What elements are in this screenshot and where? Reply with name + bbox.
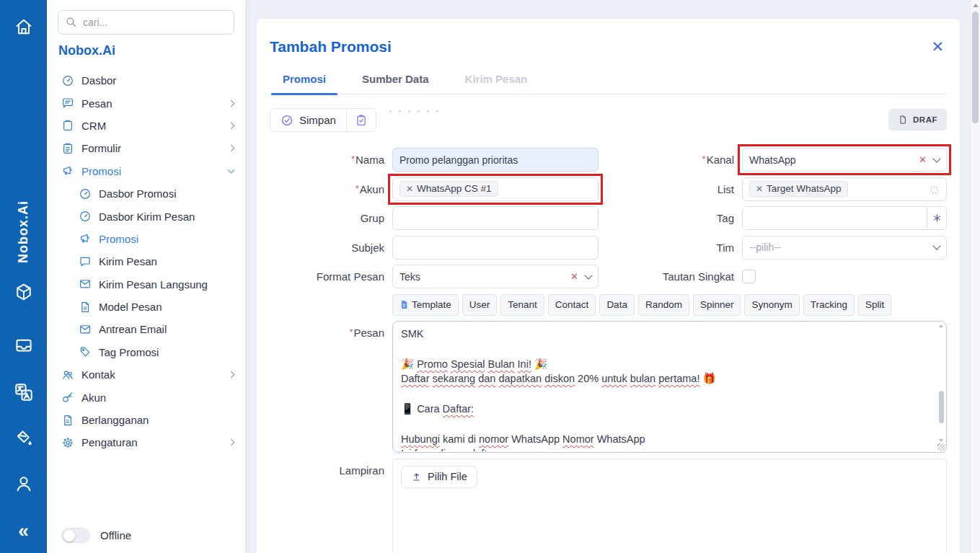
drag-dots <box>389 110 438 112</box>
lampiran-dropzone[interactable]: Pilih File <box>392 459 947 553</box>
template-icon <box>399 300 409 309</box>
list-multiselect[interactable]: ✕ Target WhatsApp <box>742 177 947 201</box>
search-input[interactable] <box>58 10 234 35</box>
textarea-scrollbar-thumb[interactable] <box>939 391 944 423</box>
token-split[interactable]: Split <box>858 294 891 316</box>
asterisk-icon[interactable] <box>927 207 946 229</box>
list-chip: ✕ Target WhatsApp <box>749 181 848 197</box>
tautan-singkat-checkbox[interactable] <box>742 270 756 283</box>
paint-icon[interactable] <box>13 428 35 449</box>
token-template[interactable]: Template <box>392 294 459 316</box>
akun-multiselect[interactable]: ✕ WhatsApp CS #1 <box>392 177 599 201</box>
chevron-down-icon[interactable] <box>932 242 940 249</box>
sidebar-item-tag-promosi[interactable]: Tag Promosi <box>47 341 245 363</box>
translate-icon[interactable] <box>13 381 35 403</box>
app-rail: Nobox.Ai « <box>0 0 47 553</box>
chevron-right-icon <box>228 99 235 107</box>
tag-input[interactable] <box>743 207 927 229</box>
subjek-field[interactable] <box>392 236 599 260</box>
token-user[interactable]: User <box>462 294 498 316</box>
sidebar-item-kirim-pesan-langsung[interactable]: Kirim Pesan Langsung <box>47 273 245 296</box>
token-data[interactable]: Data <box>599 294 635 316</box>
token-tenant[interactable]: Tenant <box>500 294 544 316</box>
clear-x-icon[interactable]: ✕ <box>570 271 578 282</box>
sidebar-item-label: Berlangganan <box>81 414 234 426</box>
sidebar-item-label: Kirim Pesan Langsung <box>99 278 234 291</box>
nama-label: *Nama <box>351 154 384 166</box>
token-synonym[interactable]: Synonym <box>744 294 799 316</box>
nama-input[interactable] <box>399 154 591 166</box>
tab-sumber-data[interactable]: Sumber Data <box>350 73 441 94</box>
sidebar-item-model-pesan[interactable]: Model Pesan <box>47 296 245 318</box>
cube-icon[interactable] <box>13 281 35 303</box>
resize-handle[interactable] <box>937 443 945 451</box>
window-scrollbar[interactable] <box>970 0 980 553</box>
sidebar-item-kontak[interactable]: Kontak <box>47 363 245 386</box>
token-random[interactable]: Random <box>638 294 689 316</box>
sidebar-item-akun[interactable]: Akun <box>47 386 245 408</box>
grup-field[interactable] <box>392 206 599 230</box>
chip-remove-icon[interactable]: ✕ <box>756 184 763 194</box>
sidebar-item-pengaturan[interactable]: Pengaturan <box>47 431 245 454</box>
pesan-text: SMK🎉 Promo Spesial Bulan Ini! 🎉Daftar se… <box>394 322 936 451</box>
kanal-label: *Kanal <box>702 154 734 166</box>
collapse-icon[interactable]: « <box>13 520 35 541</box>
toggle-knob <box>63 530 75 541</box>
format-pesan-select[interactable]: Teks ✕ <box>392 265 599 288</box>
sidebar-item-label: Pengaturan <box>81 436 229 448</box>
pesan-label: *Pesan <box>349 321 384 339</box>
sidebar-item-crm[interactable]: CRM <box>47 115 245 137</box>
nama-field[interactable] <box>392 148 599 172</box>
chevron-down-icon[interactable] <box>584 271 592 279</box>
tim-placeholder: --pilih-- <box>749 242 934 253</box>
tim-select[interactable]: --pilih-- <box>742 236 947 260</box>
offline-toggle[interactable] <box>61 528 90 543</box>
sidebar-item-promosi[interactable]: Promosi <box>47 160 245 182</box>
sidebar-item-dasbor-promosi[interactable]: Dasbor Promosi <box>47 182 245 205</box>
token-spinner[interactable]: Spinner <box>693 294 741 316</box>
home-icon[interactable] <box>13 16 35 37</box>
sidebar-item-berlangganan[interactable]: Berlangganan <box>47 409 245 431</box>
token-tracking[interactable]: Tracking <box>803 294 855 316</box>
chat-icon <box>79 255 92 268</box>
document-icon <box>61 414 74 427</box>
draft-status-badge[interactable]: DRAF <box>888 109 947 130</box>
close-icon[interactable]: ✕ <box>928 37 947 56</box>
scrollbar-thumb[interactable] <box>972 12 979 123</box>
scroll-up-icon[interactable] <box>939 324 943 327</box>
offline-label: Offline <box>100 529 131 541</box>
pilih-file-label: Pilih File <box>428 471 467 482</box>
inbox-icon[interactable] <box>13 335 35 356</box>
tambah-promosi-modal: Tambah Promosi ✕ PromosiSumber DataKirim… <box>257 19 960 553</box>
pilih-file-button[interactable]: Pilih File <box>401 466 477 488</box>
subjek-input[interactable] <box>399 242 591 253</box>
save-button[interactable]: Simpan <box>270 109 346 131</box>
grup-input[interactable] <box>399 213 591 224</box>
tab-promosi[interactable]: Promosi <box>271 73 337 94</box>
kanal-select[interactable]: WhatsApp ✕ <box>742 148 947 172</box>
sidebar-item-pesan[interactable]: Pesan <box>47 92 245 114</box>
token-contact[interactable]: Contact <box>548 294 596 316</box>
pesan-textarea[interactable]: SMK🎉 Promo Spesial Bulan Ini! 🎉Daftar se… <box>392 321 947 453</box>
sidebar-item-dasbor-kirim-pesan[interactable]: Dasbor Kirim Pesan <box>47 205 245 227</box>
tag-label: Tag <box>717 212 734 224</box>
person-icon[interactable] <box>13 473 35 495</box>
sidebar-item-promosi[interactable]: Promosi <box>47 228 245 250</box>
sidebar-item-dasbor[interactable]: Dasbor <box>47 69 245 92</box>
tag-icon <box>79 345 92 358</box>
sidebar-item-kirim-pesan[interactable]: Kirim Pesan <box>47 250 245 273</box>
sidebar-item-label: Akun <box>81 391 234 404</box>
chevron-down-icon[interactable] <box>932 154 940 162</box>
clipboard-check-button[interactable] <box>346 109 376 131</box>
format-pesan-value: Teks <box>399 271 570 283</box>
envelope-icon <box>79 323 92 336</box>
draft-badge-label: DRAF <box>913 115 937 124</box>
gauge-icon <box>61 74 74 87</box>
sidebar-item-formulir[interactable]: Formulir <box>47 137 245 159</box>
clear-x-icon[interactable]: ✕ <box>919 154 927 165</box>
scroll-down-icon[interactable] <box>939 439 943 442</box>
chip-remove-icon[interactable]: ✕ <box>406 184 413 194</box>
check-circle-icon <box>281 114 293 127</box>
sidebar-item-antrean-email[interactable]: Antrean Email <box>47 318 245 340</box>
scroll-up-icon[interactable] <box>973 4 979 7</box>
